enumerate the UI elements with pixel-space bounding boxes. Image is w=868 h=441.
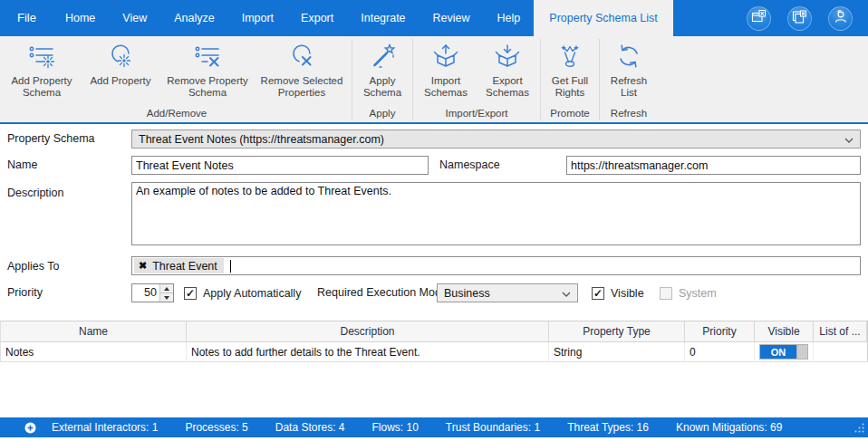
menu-home[interactable]: Home (52, 0, 109, 36)
ribbon-group-refresh: Refresh List Refresh (600, 36, 658, 122)
close-window-button[interactable] (747, 6, 771, 31)
add-property-button[interactable]: Add Property (80, 41, 161, 88)
button-label: Remove Selected Properties (258, 75, 345, 99)
arrow-down-icon (164, 296, 169, 300)
ribbon-group-label: Promote (541, 108, 599, 122)
plus-circle-icon (24, 422, 36, 434)
import-schemas-button[interactable]: Import Schemas (415, 41, 477, 100)
spin-down-button[interactable] (160, 293, 173, 302)
ribbon-group-promote: Get Full Rights Promote (541, 36, 599, 122)
add-property-icon (106, 42, 135, 75)
import-schemas-icon (431, 42, 460, 75)
cell-priority[interactable]: 0 (685, 342, 755, 362)
menu-import[interactable]: Import (228, 0, 287, 36)
close-all-windows-button[interactable] (787, 6, 812, 31)
menu-export[interactable]: Export (287, 0, 347, 36)
export-schemas-button[interactable]: Export Schemas (477, 41, 538, 100)
status-processes: Processes: 5 (185, 421, 247, 434)
properties-table: Name Description Property Type Priority … (0, 321, 868, 362)
cell-name[interactable]: Notes (1, 342, 187, 362)
window-bottom-edge (0, 437, 868, 441)
status-external-interactors: External Interactors: 1 (52, 421, 158, 434)
cell-list-of[interactable] (814, 342, 867, 362)
menu-review[interactable]: Review (420, 0, 484, 36)
support-user-button[interactable] (828, 6, 853, 31)
menu-view[interactable]: View (109, 0, 160, 36)
refresh-list-button[interactable]: Refresh List (602, 41, 656, 100)
visible-checkbox[interactable] (592, 287, 604, 300)
property-schema-combobox[interactable]: Threat Event Notes (https://threatsmanag… (131, 129, 861, 149)
app-window: File Home View Analyze Import Export Int… (0, 0, 868, 441)
menu-integrate[interactable]: Integrate (347, 0, 419, 36)
status-threat-types: Threat Types: 16 (567, 421, 649, 434)
add-property-schema-icon (27, 42, 56, 75)
tab-property-schema-list[interactable]: Property Schema List (534, 0, 673, 36)
statusbar: External Interactors: 1 Processes: 5 Dat… (0, 417, 868, 437)
menubar: File Home View Analyze Import Export Int… (0, 0, 868, 36)
applies-to-label: Applies To (7, 257, 59, 275)
priority-label: Priority (7, 283, 43, 302)
visible-label: Visible (611, 287, 644, 300)
remove-selected-properties-button[interactable]: Remove Selected Properties (254, 41, 350, 100)
name-label: Name (7, 156, 37, 174)
ribbon-group-label: Refresh (600, 108, 658, 122)
system-label: System (679, 287, 717, 300)
column-header-list-of[interactable]: List of ... (814, 321, 867, 342)
visible-toggle[interactable]: ON (759, 344, 808, 360)
support-user-icon (833, 9, 848, 28)
remove-property-schema-button[interactable]: Remove Property Schema (161, 41, 254, 100)
menu-help[interactable]: Help (484, 0, 535, 36)
close-all-windows-icon (792, 9, 807, 28)
button-label: Remove Property Schema (166, 75, 249, 99)
column-header-priority[interactable]: Priority (685, 321, 755, 342)
spin-up-button[interactable] (160, 284, 173, 293)
status-flows: Flows: 10 (371, 421, 418, 434)
apply-automatically-checkbox[interactable] (184, 287, 197, 300)
apply-schema-icon (368, 42, 397, 75)
property-schema-value: Threat Event Notes (https://threatsmanag… (139, 133, 384, 146)
applies-to-tag[interactable]: ✖ Threat Event (134, 258, 224, 273)
apply-schema-button[interactable]: Apply Schema (354, 41, 410, 100)
visible-checkbox-row: Visible (592, 283, 644, 302)
chevron-down-icon (844, 133, 854, 146)
remove-property-schema-icon (193, 42, 222, 75)
column-header-property-type[interactable]: Property Type (549, 321, 685, 342)
applies-to-field[interactable]: ✖ Threat Event (131, 256, 861, 275)
description-field[interactable]: An example of notes to be added to Threa… (131, 182, 861, 245)
priority-value: 50 (132, 284, 159, 302)
name-field[interactable] (131, 156, 429, 175)
remove-tag-icon[interactable]: ✖ (139, 260, 147, 272)
button-label: Add Property Schema (8, 75, 75, 99)
ribbon-group-add-remove: Add Property Schema (2, 36, 352, 122)
get-full-rights-button[interactable]: Get Full Rights (543, 41, 597, 100)
text-cursor (230, 260, 231, 273)
refresh-list-icon (614, 42, 643, 75)
cell-description[interactable]: Notes to add further details to the Thre… (187, 342, 549, 362)
menu-analyze[interactable]: Analyze (160, 0, 227, 36)
schema-form: Property Schema Threat Event Notes (http… (0, 124, 868, 321)
column-header-name[interactable]: Name (1, 321, 187, 342)
get-full-rights-icon (555, 42, 584, 75)
ribbon-group-label: Import/Export (413, 108, 540, 122)
column-header-visible[interactable]: Visible (755, 321, 814, 342)
column-header-description[interactable]: Description (187, 321, 549, 342)
menu-file[interactable]: File (0, 0, 52, 36)
button-label: Export Schemas (481, 75, 534, 99)
namespace-label: Namespace (439, 156, 500, 174)
resize-grip[interactable] (854, 423, 864, 436)
add-status-item-button[interactable] (24, 422, 36, 434)
toggle-knob[interactable] (796, 345, 807, 359)
button-label: Add Property (84, 75, 157, 87)
priority-stepper[interactable]: 50 (131, 283, 174, 302)
description-label: Description (7, 184, 64, 202)
cell-property-type[interactable]: String (549, 342, 685, 362)
apply-automatically-checkbox-row: Apply Automatically (184, 283, 301, 302)
namespace-field[interactable] (566, 156, 861, 175)
cell-visible: ON (755, 342, 814, 362)
add-property-schema-button[interactable]: Add Property Schema (4, 41, 80, 100)
required-execution-mode-select[interactable]: Business (437, 283, 578, 302)
export-schemas-icon (493, 42, 522, 75)
button-label: Get Full Rights (547, 75, 593, 99)
remove-selected-properties-icon (287, 42, 316, 75)
ribbon-group-import-export: Import Schemas Export Schemas Import/Exp… (413, 36, 540, 122)
